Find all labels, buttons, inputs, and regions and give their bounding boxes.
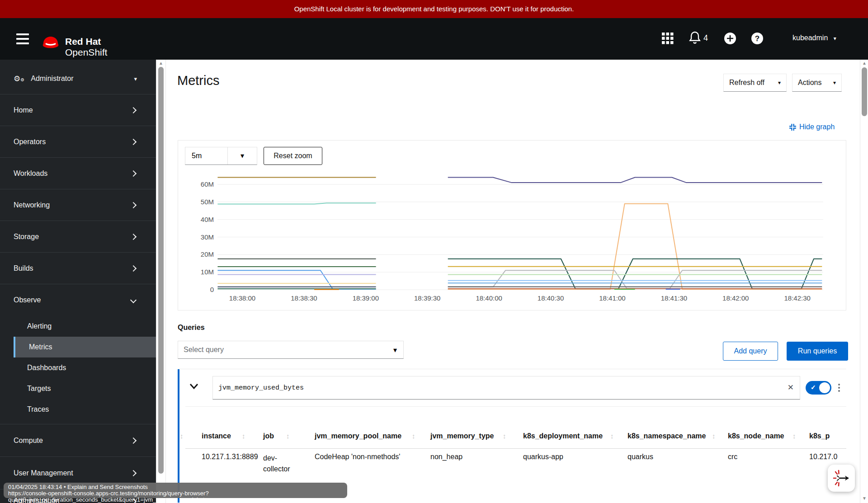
sidebar-scrollbar-thumb[interactable]	[158, 67, 164, 474]
sidebar-item-metrics-selected[interactable]: Metrics	[14, 337, 156, 357]
add-query-button[interactable]: Add query	[723, 342, 778, 361]
cell-job: dev-collector	[263, 453, 299, 475]
brand-line-redhat: Red Hat	[65, 36, 107, 47]
query-kebab-menu-icon[interactable]	[835, 381, 843, 394]
x-tick-label: 18:41:00	[599, 294, 625, 302]
x-tick-label: 18:40:00	[476, 294, 502, 302]
y-tick-label: 50M	[201, 198, 214, 206]
y-tick-label: 30M	[201, 233, 214, 241]
scroll-down-icon[interactable]: ▼	[862, 496, 867, 501]
openshift-console: OpenShift Local cluster is for developme…	[0, 0, 868, 503]
x-tick-label: 18:42:00	[722, 294, 749, 302]
redhat-logo-icon	[40, 34, 61, 50]
series-left-blue-11M-drop	[217, 270, 376, 289]
query-expression-field[interactable]: ✕	[212, 376, 800, 400]
chevron-right-icon	[130, 265, 137, 271]
compress-icon	[789, 123, 797, 131]
table-header-divider	[185, 448, 846, 449]
brand-name: Red Hat OpenShift	[65, 36, 107, 58]
sidebar-item-dashboards[interactable]: Dashboards	[0, 357, 156, 378]
sidebar-scrollbar[interactable]: ▲	[156, 60, 166, 503]
send-screenshot-icon	[832, 469, 851, 488]
main-scrollbar-thumb[interactable]	[862, 67, 867, 116]
sidebar-nav: ⚙⚙ Administrator ▾ Home Operators Worklo…	[0, 60, 156, 503]
sidebar-item-workloads[interactable]: Workloads	[0, 157, 156, 189]
y-tick-label: 60M	[201, 180, 214, 188]
query-enabled-toggle[interactable]: ✓	[806, 381, 831, 395]
queries-heading: Queries	[178, 324, 205, 332]
tooltip-line2: https://console-openshift-console.apps-c…	[8, 490, 343, 503]
select-query-dropdown[interactable]: Select query ▾	[178, 341, 404, 359]
screenshot-tooltip: 01/04/2025 18:43:14 • Explain and Send S…	[4, 483, 347, 498]
screenshot-extension-button[interactable]	[828, 465, 855, 492]
chevron-right-icon	[130, 138, 137, 145]
app-launcher-icon[interactable]	[662, 33, 674, 44]
x-tick-label: 18:39:00	[353, 294, 379, 302]
col-header-instance[interactable]: instance	[202, 432, 231, 440]
col-header-type[interactable]: jvm_memory_type	[430, 432, 494, 440]
sidebar-item-alerting[interactable]: Alerting	[0, 316, 156, 337]
notification-count: 4	[703, 33, 708, 43]
sort-icon[interactable]: ↕	[412, 432, 415, 440]
sidebar-item-targets[interactable]: Targets	[0, 378, 156, 399]
chevron-right-icon	[130, 470, 137, 476]
chevron-right-icon	[130, 170, 137, 176]
sidebar-item-traces[interactable]: Traces	[0, 399, 156, 420]
timespan-value: 5m	[185, 152, 227, 160]
user-menu[interactable]: kubeadmin ▾	[793, 34, 836, 42]
query-expand-chevron-icon[interactable]	[189, 382, 199, 390]
query-expression-input[interactable]	[212, 376, 800, 400]
series-left-teal-49M	[217, 203, 376, 204]
scroll-up-icon[interactable]: ▲	[159, 61, 163, 66]
help-icon[interactable]: ?	[750, 32, 764, 45]
chevron-down-icon: ▾	[134, 75, 137, 82]
sort-icon[interactable]: ↕	[242, 432, 245, 440]
menu-toggle-icon[interactable]	[16, 31, 29, 47]
masthead: Red Hat OpenShift 4 ? kubeadmin ▾	[0, 18, 868, 60]
sort-icon[interactable]: ↕	[610, 432, 614, 440]
cell-deployment: quarkus-app	[523, 453, 563, 461]
sort-icon[interactable]: ↕	[503, 432, 506, 440]
col-header-pool[interactable]: jvm_memory_pool_name	[315, 432, 401, 440]
main-scrollbar[interactable]: ▲ ▼	[860, 60, 868, 503]
x-tick-label: 18:41:30	[661, 294, 687, 302]
col-header-pod[interactable]: k8s_p	[809, 432, 848, 440]
import-plus-icon[interactable]	[723, 32, 737, 45]
sort-icon[interactable]: ↕	[793, 432, 796, 440]
sidebar-item-networking[interactable]: Networking	[0, 189, 156, 221]
perspective-label: Administrator	[31, 75, 73, 83]
col-header-node[interactable]: k8s_node_name	[728, 432, 784, 440]
sidebar-item-observe[interactable]: Observe	[0, 284, 156, 316]
scroll-up-icon[interactable]: ▲	[862, 61, 867, 66]
chevron-right-icon	[130, 202, 137, 208]
sidebar-item-compute[interactable]: Compute	[0, 424, 156, 456]
col-header-namespace[interactable]: k8s_namespace_name	[627, 432, 706, 440]
run-queries-button[interactable]: Run queries	[787, 342, 848, 361]
col-header-deployment[interactable]: k8s_deployment_name	[523, 432, 603, 440]
sidebar-item-operators[interactable]: Operators	[0, 126, 156, 157]
select-query-placeholder: Select query	[178, 346, 393, 354]
actions-dropdown[interactable]: Actions ▾	[792, 74, 842, 92]
col-header-job[interactable]: job	[263, 432, 274, 440]
sidebar-item-storage[interactable]: Storage	[0, 221, 156, 252]
cell-node: crc	[728, 453, 737, 461]
timespan-select[interactable]: 5m ▾	[185, 147, 257, 165]
y-tick-label: 0	[210, 286, 214, 293]
reset-zoom-button[interactable]: Reset zoom	[264, 147, 322, 165]
x-tick-label: 18:38:00	[229, 294, 255, 302]
chevron-down-icon: ▾	[834, 35, 836, 42]
sidebar-item-builds[interactable]: Builds	[0, 252, 156, 284]
y-tick-label: 10M	[201, 268, 214, 276]
sort-icon[interactable]: ↕	[180, 432, 184, 440]
cell-pool: CodeHeap 'non-nmethods'	[315, 453, 400, 461]
metrics-line-chart: 010M20M30M40M50M60M18:38:0018:38:3018:39…	[178, 141, 847, 311]
notifications-bell-icon[interactable]	[689, 31, 701, 45]
page-title: Metrics	[177, 73, 219, 88]
sort-icon[interactable]: ↕	[712, 432, 716, 440]
sidebar-item-home[interactable]: Home	[0, 94, 156, 126]
hide-graph-link[interactable]: Hide graph	[789, 123, 835, 131]
perspective-switcher[interactable]: ⚙⚙ Administrator ▾	[0, 63, 156, 94]
refresh-dropdown[interactable]: Refresh off ▾	[723, 74, 787, 92]
sort-icon[interactable]: ↕	[286, 432, 290, 440]
clear-query-icon[interactable]: ✕	[788, 383, 794, 392]
